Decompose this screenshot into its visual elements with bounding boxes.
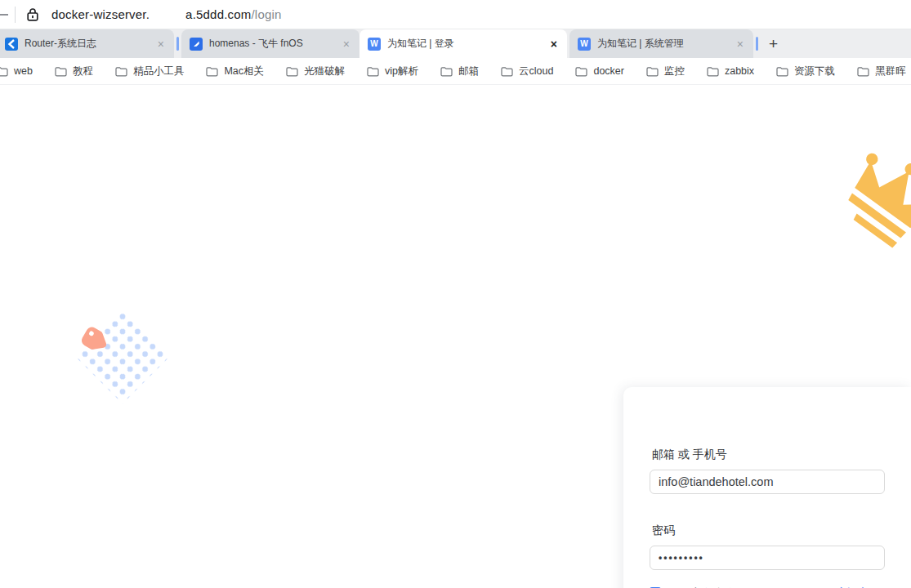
bookmark-label: 精品小工具	[133, 65, 185, 78]
fnos-tab-icon	[190, 38, 203, 51]
url-host-right: a.5ddd.com	[185, 7, 251, 21]
bookmark-label: docker	[593, 65, 624, 77]
bookmark-label: zabbix	[725, 65, 754, 77]
tab-close-icon[interactable]: ×	[547, 38, 560, 51]
tab-wiznote-admin[interactable]: W 为知笔记 | 系统管理 ×	[569, 29, 753, 58]
folder-icon	[776, 66, 788, 77]
url-path: /login	[252, 7, 282, 21]
bookmark-label: 教程	[73, 65, 93, 78]
bookmark-label: 监控	[664, 65, 685, 78]
tab-title: 为知笔记 | 登录	[387, 37, 547, 51]
bookmark-folder-mail[interactable]: 邮箱	[440, 65, 479, 78]
bookmark-label: 邮箱	[458, 65, 479, 78]
bookmark-label: 云cloud	[519, 65, 553, 78]
bookmark-folder-monitor[interactable]: 监控	[646, 65, 685, 78]
folder-icon	[857, 66, 869, 77]
wiznote-tab-icon: W	[578, 38, 591, 51]
bookmark-label: 光猫破解	[304, 65, 345, 78]
tab-title: 为知笔记 | 系统管理	[597, 37, 734, 51]
folder-icon	[0, 66, 8, 77]
folder-icon	[206, 66, 218, 77]
back-icon[interactable]	[0, 14, 8, 16]
tab-title: homenas - 飞牛 fnOS	[209, 37, 340, 51]
folder-icon	[646, 66, 659, 77]
bookmark-folder-downloads[interactable]: 资源下载	[776, 65, 835, 78]
tab-close-icon[interactable]: ×	[734, 38, 747, 51]
bookmark-label: vip解析	[385, 65, 418, 78]
bookmark-label: Mac相关	[224, 65, 264, 78]
tab-wiznote-login[interactable]: W 为知笔记 | 登录 ×	[359, 29, 567, 58]
bookmark-folder-web[interactable]: web	[0, 65, 33, 77]
tab-group-divider	[176, 37, 179, 51]
folder-icon	[115, 66, 127, 77]
folder-icon	[440, 66, 453, 77]
address-bar: docker-wizserver. a.5ddd.com /login	[0, 0, 911, 29]
bookmark-label: web	[14, 65, 33, 77]
tab-close-icon[interactable]: ×	[340, 38, 353, 51]
lock-icon[interactable]	[27, 7, 38, 21]
url-field[interactable]: docker-wizserver. a.5ddd.com /login	[51, 7, 282, 21]
folder-icon	[286, 66, 298, 77]
bookmark-folder-xpenology[interactable]: 黑群晖	[857, 65, 906, 78]
bookmark-label: 资源下载	[794, 65, 835, 78]
email-field[interactable]	[650, 470, 885, 494]
wiznote-tab-icon: W	[368, 38, 381, 51]
bookmark-folder-modem[interactable]: 光猫破解	[286, 65, 345, 78]
email-label: 邮箱 或 手机号	[652, 448, 727, 462]
password-label: 密码	[652, 523, 675, 538]
bookmark-folder-tools[interactable]: 精品小工具	[115, 65, 185, 78]
bookmark-folder-zabbix[interactable]: zabbix	[707, 65, 754, 77]
new-tab-button[interactable]: +	[761, 36, 786, 51]
tab-strip: Router-系统日志 × homenas - 飞牛 fnOS × W 为知笔记…	[0, 29, 911, 58]
address-bar-divider	[15, 7, 16, 23]
tab-group-divider	[756, 37, 758, 51]
browser-window: docker-wizserver. a.5ddd.com /login Rout…	[0, 0, 911, 588]
bookmarks-bar: web 教程 精品小工具 Mac相关 光猫破解 vip解析 邮箱 云cloud	[0, 58, 911, 85]
crown-icon	[819, 133, 911, 273]
folder-icon	[367, 66, 379, 77]
url-host-left: docker-wizserver.	[51, 7, 150, 21]
password-field[interactable]	[650, 546, 885, 570]
page-content: 邮箱 或 手机号 密码 ✓ 两周内自动登录 忘记密码? 登录	[0, 85, 911, 588]
tab-fnos[interactable]: homenas - 飞牛 fnOS ×	[181, 29, 359, 58]
folder-icon	[55, 66, 67, 77]
tab-close-icon[interactable]: ×	[154, 38, 167, 51]
bookmark-folder-docker[interactable]: docker	[575, 65, 624, 77]
folder-icon	[501, 66, 513, 77]
bookmark-folder-vip[interactable]: vip解析	[367, 65, 418, 78]
bookmark-folder-cloud[interactable]: 云cloud	[501, 65, 553, 78]
tab-title: Router-系统日志	[25, 37, 154, 51]
bookmark-folder-mac[interactable]: Mac相关	[206, 65, 264, 78]
folder-icon	[707, 66, 719, 77]
folder-icon	[575, 66, 587, 77]
login-card: 邮箱 或 手机号 密码 ✓ 两周内自动登录 忘记密码? 登录	[623, 387, 911, 588]
bookmark-folder-tutorial[interactable]: 教程	[55, 65, 93, 78]
router-tab-icon	[5, 38, 18, 51]
tab-router-log[interactable]: Router-系统日志 ×	[0, 29, 174, 58]
bookmark-label: 黑群晖	[875, 65, 906, 78]
